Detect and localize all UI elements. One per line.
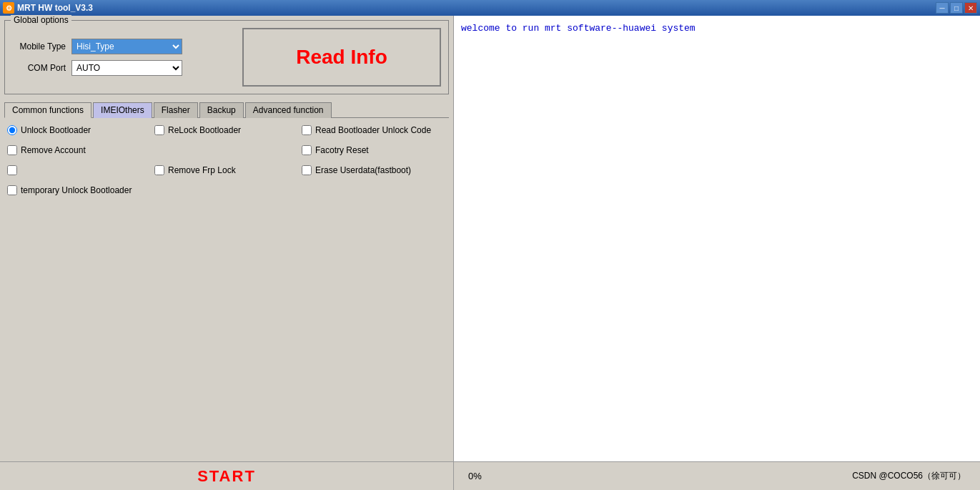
title-bar-left: ⚙ MRT HW tool_V3.3: [3, 2, 93, 14]
remove-account-label[interactable]: Remove Account: [21, 145, 86, 155]
unlock-bootloader-radio[interactable]: [7, 125, 17, 135]
remove-account-checkbox[interactable]: [7, 145, 17, 155]
global-options-legend: Global options: [11, 15, 71, 25]
global-options-inner: Mobile Type Hisi_Type MTK_Type Qcom_Type…: [12, 28, 441, 87]
mtk-erase-antitheft-item: temporary Unlock Bootloader: [7, 185, 152, 195]
maximize-button[interactable]: □: [950, 2, 963, 14]
erase-userdata-label[interactable]: Remove Frp Lock: [168, 165, 236, 175]
app-title: MRT HW tool_V3.3: [17, 3, 93, 13]
mobile-type-dropdown[interactable]: Hisi_Type MTK_Type Qcom_Type: [71, 39, 182, 54]
welcome-text: welcome to run mrt software--huawei syst…: [461, 23, 696, 34]
tab-advanced-function[interactable]: Advanced function: [245, 102, 332, 118]
unlock-bootloader-item: Unlock Bootloader: [7, 125, 152, 135]
mobile-type-row: Mobile Type Hisi_Type MTK_Type Qcom_Type: [12, 39, 182, 54]
facotry-reset-label[interactable]: Facotry Reset: [315, 145, 369, 155]
com-port-row: COM Port AUTO COM1 COM2 COM3: [12, 60, 182, 76]
com-port-dropdown[interactable]: AUTO COM1 COM2 COM3: [71, 60, 182, 76]
temp-unlock-bootloader-checkbox[interactable]: [302, 165, 312, 175]
start-btn-container: START: [0, 462, 454, 490]
checkbox-grid: Unlock Bootloader ReLock Bootloader Read…: [7, 125, 446, 195]
read-bootloader-code-label[interactable]: Read Bootloader Unlock Code: [315, 125, 431, 135]
tab-content-common: Unlock Bootloader ReLock Bootloader Read…: [0, 118, 453, 461]
tab-backup[interactable]: Backup: [199, 102, 244, 118]
tab-imei-others[interactable]: IMEIOthers: [93, 102, 152, 118]
close-button[interactable]: ✕: [964, 2, 977, 14]
status-credit: CSDN @COCO56（徐可可）: [852, 470, 966, 482]
empty-cell: [154, 145, 299, 155]
tab-flasher[interactable]: Flasher: [154, 102, 198, 118]
right-panel: welcome to run mrt software--huawei syst…: [454, 16, 980, 461]
temp-unlock-bootloader-label[interactable]: Erase Userdata(fastboot): [315, 165, 411, 175]
mobile-type-label: Mobile Type: [12, 41, 66, 52]
field-group: Mobile Type Hisi_Type MTK_Type Qcom_Type…: [12, 39, 182, 76]
main-container: Global options Mobile Type Hisi_Type MTK…: [0, 16, 980, 461]
title-bar-controls: ─ □ ✕: [936, 2, 977, 14]
erase-userdata-checkbox[interactable]: [154, 165, 164, 175]
facotry-reset-checkbox[interactable]: [302, 145, 312, 155]
mtk-erase-antitheft-label[interactable]: temporary Unlock Bootloader: [21, 185, 132, 195]
status-bar: 0% CSDN @COCO56（徐可可）: [454, 462, 980, 490]
mtk-erase-antitheft-checkbox[interactable]: [7, 185, 17, 195]
app-icon: ⚙: [3, 2, 14, 14]
left-panel: Global options Mobile Type Hisi_Type MTK…: [0, 16, 454, 461]
unlock-bootloader-label[interactable]: Unlock Bootloader: [21, 125, 91, 135]
temp-unlock-bootloader-item: Erase Userdata(fastboot): [302, 165, 446, 175]
global-options-group: Global options Mobile Type Hisi_Type MTK…: [4, 20, 449, 94]
remove-frp-lock-item: [7, 165, 152, 175]
start-button[interactable]: START: [197, 467, 256, 486]
status-percent: 0%: [468, 471, 482, 481]
tabs-container: Common functions IMEIOthers Flasher Back…: [4, 102, 449, 118]
relock-bootloader-item: ReLock Bootloader: [154, 125, 299, 135]
erase-userdata-item: Remove Frp Lock: [154, 165, 299, 175]
title-bar: ⚙ MRT HW tool_V3.3 ─ □ ✕: [0, 0, 980, 16]
read-info-button[interactable]: Read Info: [242, 28, 441, 87]
read-bootloader-code-checkbox[interactable]: [302, 125, 312, 135]
remove-account-item: Remove Account: [7, 145, 152, 155]
com-port-label: COM Port: [12, 63, 66, 73]
bottom-bar: START 0% CSDN @COCO56（徐可可）: [0, 461, 980, 490]
output-area: welcome to run mrt software--huawei syst…: [454, 16, 980, 461]
minimize-button[interactable]: ─: [936, 2, 949, 14]
relock-bootloader-checkbox[interactable]: [154, 125, 164, 135]
read-bootloader-code-item: Read Bootloader Unlock Code: [302, 125, 446, 135]
tab-common-functions[interactable]: Common functions: [4, 102, 91, 118]
remove-frp-lock-checkbox[interactable]: [7, 165, 17, 175]
facotry-reset-item: Facotry Reset: [302, 145, 446, 155]
relock-bootloader-label[interactable]: ReLock Bootloader: [168, 125, 241, 135]
